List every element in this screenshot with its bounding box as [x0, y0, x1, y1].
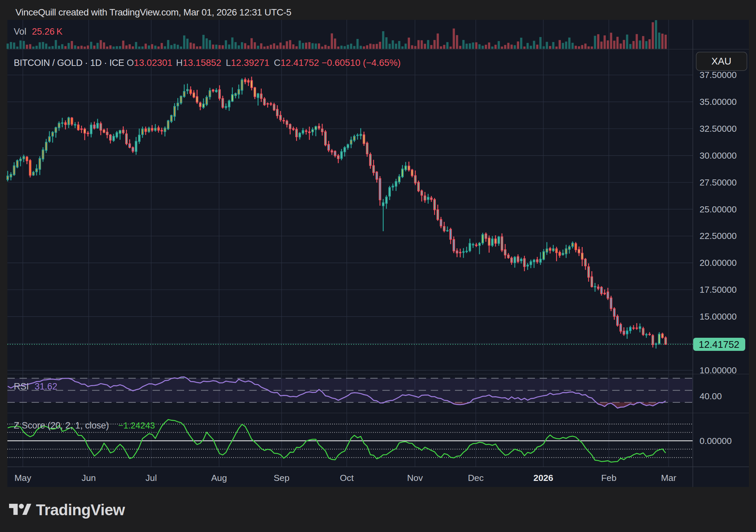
svg-text:Jun: Jun	[82, 473, 96, 483]
svg-text:25.26 K: 25.26 K	[32, 27, 62, 37]
svg-text:10.00000: 10.00000	[700, 365, 737, 375]
svg-text:May: May	[14, 473, 32, 483]
svg-text:−0.60510 (−4.65%): −0.60510 (−4.65%)	[322, 57, 401, 68]
svg-text:32.50000: 32.50000	[700, 124, 737, 134]
svg-text:12.41752: 12.41752	[699, 339, 740, 350]
svg-text:25.00000: 25.00000	[700, 204, 737, 214]
svg-text:Dec: Dec	[468, 473, 484, 483]
svg-text:Nov: Nov	[407, 473, 423, 483]
svg-text:Jul: Jul	[145, 473, 157, 483]
svg-text:Sep: Sep	[274, 473, 289, 483]
svg-text:Mar: Mar	[661, 473, 676, 483]
svg-text:15.00000: 15.00000	[700, 312, 737, 322]
svg-text:22.50000: 22.50000	[700, 231, 737, 241]
svg-text:L12.39271: L12.39271	[226, 57, 269, 68]
svg-text:35.00000: 35.00000	[700, 97, 737, 107]
svg-text:31.62: 31.62	[35, 381, 57, 392]
svg-text:TradingView: TradingView	[36, 501, 125, 519]
svg-text:20.00000: 20.00000	[700, 258, 737, 268]
svg-text:40.00: 40.00	[700, 391, 722, 401]
svg-text:H13.15852: H13.15852	[176, 57, 221, 68]
svg-text:0.00000: 0.00000	[700, 436, 732, 446]
svg-text:−1.24243: −1.24243	[118, 420, 155, 431]
svg-text:Aug: Aug	[211, 473, 227, 483]
svg-text:VinceQuill created with Tradin: VinceQuill created with TradingView.com,…	[15, 7, 291, 17]
svg-text:O13.02301: O13.02301	[127, 57, 172, 68]
svg-text:Vol: Vol	[14, 27, 27, 37]
svg-text:2026: 2026	[534, 473, 553, 483]
svg-text:37.50000: 37.50000	[700, 70, 737, 80]
svg-text:17.50000: 17.50000	[700, 285, 737, 295]
svg-text:Feb: Feb	[601, 473, 617, 483]
svg-text:RSI: RSI	[14, 381, 29, 392]
svg-text:BITCOIN / GOLD · 1D · ICE: BITCOIN / GOLD · 1D · ICE	[14, 58, 124, 68]
svg-text:Oct: Oct	[340, 473, 354, 483]
svg-text:30.00000: 30.00000	[700, 151, 737, 161]
svg-text:27.50000: 27.50000	[700, 177, 737, 188]
svg-text:Z Score (20, 2, 1, close): Z Score (20, 2, 1, close)	[14, 420, 109, 431]
svg-text:C12.41752: C12.41752	[274, 57, 319, 68]
svg-text:XAU: XAU	[711, 56, 731, 67]
